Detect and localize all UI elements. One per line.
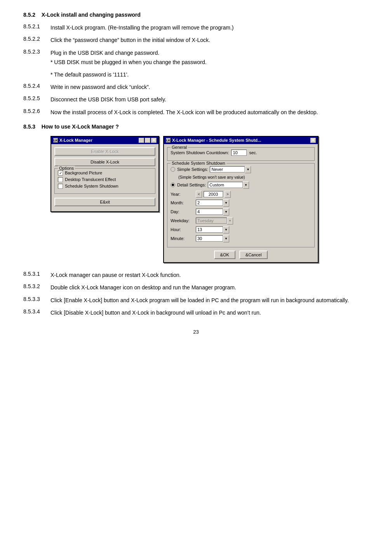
ok-button[interactable]: &OK: [214, 251, 235, 259]
item-num-8524: 8.5.2.4: [23, 83, 51, 91]
item-num-8526: 8.5.2.6: [23, 108, 51, 117]
day-row: Day: 4 ▼: [171, 208, 311, 216]
detail-settings-dropdown[interactable]: Custom ▼: [208, 181, 249, 189]
dialog2-title: X-Lock Manager - Schedule System Shutd..…: [172, 138, 261, 143]
simple-settings-arrow-icon[interactable]: ▼: [245, 166, 251, 173]
schedule-shutdown-label: Schedule System Shutdown: [65, 184, 118, 188]
item-num-8534: 8.5.3.4: [23, 308, 51, 317]
schedule-shutdown-checkbox[interactable]: [58, 184, 63, 189]
dialog1-maximize-btn[interactable]: □: [145, 138, 150, 143]
minute-row: Minute: 30 ▼: [171, 235, 311, 242]
year-value: 2003: [204, 191, 223, 197]
simple-settings-row[interactable]: Simple Settings: Never ▼: [171, 166, 311, 173]
weekday-dropdown[interactable]: Tuesday ▼: [196, 217, 233, 224]
item-num-8525: 8.5.2.5: [23, 95, 51, 104]
background-picture-checkbox-row[interactable]: ✓ Background Picture: [58, 171, 152, 176]
background-picture-label: Background Picture: [65, 171, 102, 175]
hour-dropdown[interactable]: 13 ▼: [196, 226, 229, 233]
item-num-8531: 8.5.3.1: [23, 271, 51, 279]
item-text-8522: Click the “password change” button in th…: [51, 36, 369, 44]
detail-settings-arrow-icon[interactable]: ▼: [243, 181, 249, 189]
item-text-8523: Plug in the USB DISK and change password…: [51, 49, 369, 57]
day-dropdown[interactable]: 4 ▼: [196, 208, 229, 216]
cancel-button[interactable]: &Cancel: [239, 251, 268, 259]
detail-settings-label: Detail Settings:: [177, 183, 206, 187]
xlock-manager-dialog: LK X-Lock Manager _ □ ✕ Enable X-Lock Di…: [51, 136, 159, 212]
dialog2-close-btn[interactable]: ✕: [310, 138, 316, 143]
year-label: Year:: [171, 192, 196, 197]
month-value: 2: [196, 200, 223, 206]
item-text-8526: Now the install process of X-Lock is com…: [51, 108, 369, 117]
countdown-unit: sec.: [249, 150, 257, 155]
schedule-dialog: LK X-Lock Manager - Schedule System Shut…: [163, 136, 319, 263]
item-text-8531: X-Lock manager can pause or restart X-Lo…: [51, 271, 369, 279]
hour-value: 13: [196, 226, 223, 233]
month-row: Month: 2 ▼: [171, 199, 311, 207]
item-text-8533: Click [Enable X-Lock] button and X-Lock …: [51, 296, 369, 305]
exit-button[interactable]: E&xit: [54, 198, 155, 206]
year-nav[interactable]: < 2003 >: [196, 191, 231, 198]
item-text-8534: Click [Disable X-Lock] button and X-Lock…: [51, 308, 369, 317]
options-label: Options: [58, 166, 75, 171]
month-arrow-icon[interactable]: ▼: [223, 199, 229, 207]
month-dropdown[interactable]: 2 ▼: [196, 199, 229, 207]
note-usb2: * The default password is '1111'.: [51, 70, 369, 80]
year-next-button[interactable]: >: [225, 191, 231, 198]
general-group: General System Shutdown Countdown: sec.: [167, 147, 315, 161]
schedule-system-shutdown-group: Schedule System Shutdown Simple Settings…: [167, 163, 315, 247]
item-num-8523: 8.5.2.3: [23, 49, 51, 57]
item-num-8522: 8.5.2.2: [23, 36, 51, 44]
item-text-8525: Disconnect the USB DISK from USB port sa…: [51, 95, 369, 104]
dialog2-controls[interactable]: ✕: [310, 138, 316, 143]
minute-dropdown[interactable]: 30 ▼: [196, 235, 229, 242]
desktop-translucent-label: Desktop Translucent Effect: [65, 177, 116, 182]
simple-settings-radio[interactable]: [171, 167, 175, 172]
countdown-label: System Shutdown Countdown:: [171, 150, 229, 155]
countdown-input[interactable]: [231, 150, 247, 156]
dialog2-icon: LK: [166, 138, 171, 143]
detail-settings-row[interactable]: Detail Settings: Custom ▼: [171, 181, 311, 189]
day-label: Day:: [171, 209, 196, 214]
detail-settings-radio[interactable]: [171, 183, 175, 187]
item-text-8521: Install X-Lock program. (Re-Installing t…: [51, 23, 369, 32]
dialog1-title: X-Lock Manager: [59, 138, 92, 143]
schedule-shutdown-group-label: Schedule System Shutdown: [171, 161, 226, 165]
enable-xlock-button[interactable]: Enable X-Lock: [54, 147, 155, 156]
weekday-arrow-icon[interactable]: ▼: [227, 217, 233, 224]
dialog2-titlebar: LK X-Lock Manager - Schedule System Shut…: [164, 137, 318, 144]
day-value: 4: [196, 209, 223, 215]
disable-xlock-button[interactable]: Disable X-Lock: [54, 158, 155, 166]
simple-settings-label: Simple Settings:: [177, 167, 208, 172]
detail-settings-value: Custom: [208, 182, 243, 188]
general-label: General: [171, 145, 188, 150]
hour-label: Hour:: [171, 227, 196, 232]
desktop-translucent-checkbox-row[interactable]: Desktop Translucent Effect: [58, 177, 152, 182]
simple-settings-dropdown[interactable]: Never ▼: [210, 166, 251, 173]
item-num-8521: 8.5.2.1: [23, 23, 51, 32]
minute-label: Minute:: [171, 236, 196, 241]
day-arrow-icon[interactable]: ▼: [223, 208, 229, 216]
section-852-heading: 8.5.2 X-Lock install and changing passwo…: [23, 12, 369, 18]
weekday-label: Weekday:: [171, 218, 196, 223]
minute-arrow-icon[interactable]: ▼: [223, 235, 229, 242]
hour-arrow-icon[interactable]: ▼: [223, 226, 229, 233]
item-num-853: 8.5.3 How to use X-Lock Manager ?: [23, 124, 119, 130]
item-num-8532: 8.5.3.2: [23, 283, 51, 292]
month-label: Month:: [171, 200, 196, 205]
desktop-translucent-checkbox[interactable]: [58, 177, 63, 182]
year-row: Year: < 2003 >: [171, 191, 311, 198]
background-picture-checkbox[interactable]: ✓: [58, 171, 63, 176]
year-prev-button[interactable]: <: [196, 191, 202, 198]
minute-value: 30: [196, 235, 223, 242]
weekday-row: Weekday: Tuesday ▼: [171, 217, 311, 224]
dialog1-titlebar: LK X-Lock Manager _ □ ✕: [51, 137, 159, 144]
dialog1-controls[interactable]: _ □ ✕: [139, 138, 157, 143]
item-num-8533: 8.5.3.3: [23, 296, 51, 305]
dialog1-close-btn[interactable]: ✕: [151, 138, 157, 143]
weekday-value: Tuesday: [196, 218, 227, 224]
schedule-shutdown-checkbox-row[interactable]: Schedule System Shutdown: [58, 184, 152, 189]
dialog1-minimize-btn[interactable]: _: [139, 138, 144, 143]
dialog-buttons: &OK &Cancel: [167, 251, 315, 259]
dialog1-icon: LK: [53, 138, 58, 143]
item-text-8532: Double click X-Lock Manager icon on desk…: [51, 283, 369, 292]
